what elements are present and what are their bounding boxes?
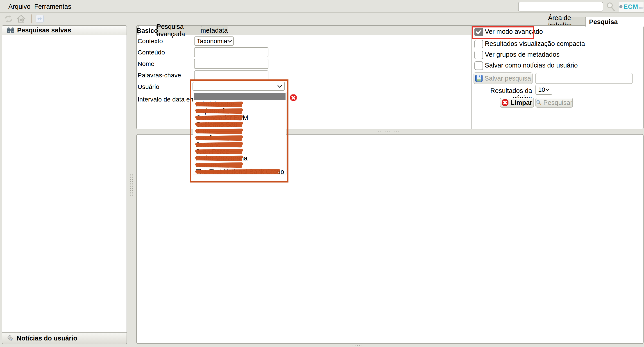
context-select[interactable]: Taxonomia xyxy=(194,36,234,46)
tab-pesquisa[interactable]: Pesquisa xyxy=(586,17,644,26)
name-input[interactable] xyxy=(194,59,268,69)
saved-searches-panel: Pesquisas salvas Notícias do usuário xyxy=(2,25,127,344)
content-label: Conteúdo xyxy=(138,49,165,56)
user-option[interactable]: Gerenciador ECM xyxy=(193,114,286,121)
metadata-groups-checkbox[interactable] xyxy=(474,51,483,59)
news-note-icon xyxy=(7,335,14,342)
tab-area-de-trabalho[interactable]: Área de trabalho xyxy=(548,17,586,26)
results-per-page-select[interactable]: 10 xyxy=(536,85,552,95)
save-as-news-label[interactable]: Salvar como notícias do usuário xyxy=(485,61,578,69)
save-search-name-input[interactable] xyxy=(536,73,632,84)
user-option[interactable]: Jean xyxy=(193,128,286,135)
clear-label: Limpar xyxy=(510,99,532,106)
horizontal-splitter-grip[interactable] xyxy=(378,131,399,133)
search-button-label: Pesquisar xyxy=(543,99,572,106)
menu-arquivo[interactable]: Arquivo xyxy=(8,3,30,10)
advanced-mode-label[interactable]: Ver modo avançado xyxy=(485,27,543,35)
user-option[interactable]: Joceli xyxy=(193,135,286,141)
global-search-input[interactable] xyxy=(518,2,603,11)
chevron-down-icon xyxy=(277,85,282,88)
search-icon[interactable] xyxy=(606,2,616,12)
name-label: Nome xyxy=(138,60,154,68)
user-option[interactable]: Pedro Mazzurana xyxy=(193,155,286,162)
tab-metadata[interactable]: metadata xyxy=(201,26,228,35)
red-x-icon xyxy=(502,99,509,106)
user-option[interactable]: The First National Bank Group xyxy=(193,168,286,174)
date-range-label: Intervalo de data entre xyxy=(138,96,201,103)
vertical-splitter[interactable] xyxy=(128,25,136,344)
bottom-splitter-grip[interactable] xyxy=(351,345,362,347)
user-option[interactable]: Guillermo Saul xyxy=(193,121,286,128)
magnifier-icon xyxy=(536,99,542,106)
floppy-disk-icon xyxy=(475,74,483,82)
tab-basico[interactable]: Basico xyxy=(138,26,157,35)
compact-results-checkbox[interactable] xyxy=(474,40,483,48)
save-search-label: Salvar pesquisa xyxy=(484,75,531,82)
clear-button[interactable]: Limpar xyxy=(500,98,534,108)
home-icon[interactable] xyxy=(17,15,26,24)
results-per-page-value: 10 xyxy=(538,86,545,93)
chevron-down-icon xyxy=(545,88,550,91)
tab-pesquisa-avancada[interactable]: Pesquisa avançada xyxy=(156,26,201,35)
refresh-icon[interactable] xyxy=(4,15,13,24)
context-select-value: Taxonomia xyxy=(197,37,227,45)
logo-subtext-blur xyxy=(639,7,644,9)
user-news-bar[interactable]: Notícias do usuário xyxy=(2,332,126,344)
toolbar xyxy=(0,13,644,25)
ecm-logo: ECM xyxy=(619,2,644,12)
save-as-news-checkbox[interactable] xyxy=(474,61,483,70)
compact-results-label[interactable]: Resultados visualização compacta xyxy=(485,40,585,48)
chevron-down-icon xyxy=(227,40,232,43)
vertical-splitter-grip[interactable] xyxy=(130,173,133,197)
user-option[interactable]: Juan Perez xyxy=(193,148,286,155)
user-label: Usuário xyxy=(138,83,159,91)
keywords-label: Palavras-chave xyxy=(138,71,181,79)
ecm-search-screen: Arquivo Ferramentas ECM xyxy=(0,0,644,347)
ecm-logo-text: ECM xyxy=(624,3,638,10)
user-news-title: Notícias do usuário xyxy=(17,335,77,342)
user-option-empty[interactable] xyxy=(194,93,286,100)
user-option[interactable]: Arqi Brasil xyxy=(193,108,286,114)
metadata-groups-label[interactable]: Ver grupos de metadados xyxy=(485,50,560,58)
menu-ferramentas[interactable]: Ferramentas xyxy=(34,3,71,10)
search-button[interactable]: Pesquisar xyxy=(536,98,573,108)
user-option[interactable]: Sao Joao xyxy=(193,162,286,168)
keywords-input[interactable] xyxy=(194,70,268,80)
saved-searches-title: Pesquisas salvas xyxy=(17,26,71,34)
saved-searches-header[interactable]: Pesquisas salvas xyxy=(2,26,126,35)
ecm-globe-icon xyxy=(619,4,622,10)
binoculars-icon xyxy=(7,27,14,33)
context-label: Contexto xyxy=(138,37,163,45)
panel-divider xyxy=(471,26,472,129)
user-dropdown-list: Administrator Arqi Brasil Gerenciador EC… xyxy=(193,92,286,174)
user-option[interactable]: Administrator xyxy=(193,101,286,108)
user-select[interactable] xyxy=(192,82,285,91)
user-option[interactable]: Joseane xyxy=(193,141,286,148)
advanced-mode-checkbox[interactable] xyxy=(474,28,483,36)
content-input[interactable] xyxy=(194,47,268,57)
save-search-button[interactable]: Salvar pesquisa xyxy=(474,72,532,84)
toolbar-separator xyxy=(31,14,32,23)
resize-panels-icon[interactable] xyxy=(36,15,44,24)
clear-date-icon[interactable] xyxy=(290,94,297,101)
